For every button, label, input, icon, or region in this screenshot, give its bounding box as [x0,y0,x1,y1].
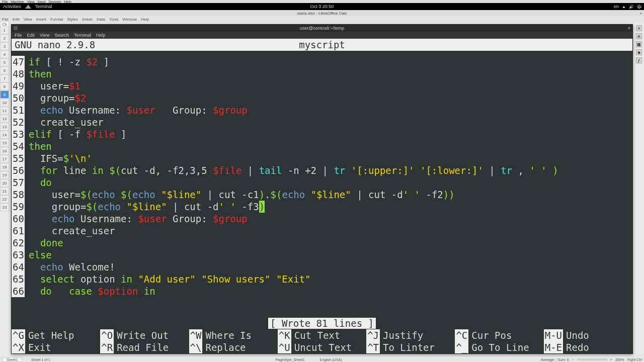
row-header[interactable]: 17 [0,155,9,163]
code-line[interactable]: 63else [12,249,632,261]
code-line[interactable]: 49 user=$1 [12,80,632,92]
libreoffice-menu-item[interactable]: Insert [36,17,46,22]
libreoffice-menu-item[interactable]: Data [97,17,105,22]
row-header[interactable]: 16 [0,147,9,155]
code-line[interactable]: 61 create_user [12,225,632,237]
vm-menu-item[interactable]: File [2,0,8,4]
nano-help-item[interactable]: ^GGet Help [12,329,100,341]
zoom-level-label[interactable]: 250% [615,358,624,361]
libreoffice-menu-item[interactable]: View [24,17,32,22]
sidebar-navigator-icon[interactable]: ◈ [636,49,642,55]
row-header[interactable]: 8 [0,82,9,90]
row-header[interactable]: 14 [0,131,9,139]
libreoffice-menu-item[interactable]: Tools [109,17,119,22]
libreoffice-menu-item[interactable]: Format [50,17,63,22]
nano-text-area[interactable]: 47if [ ! -z $2 ]48then49 user=$150 group… [12,51,632,317]
libreoffice-menu-item[interactable]: Edit [13,17,20,22]
nano-help-item[interactable]: M-UUndo [544,329,632,341]
code-line[interactable]: 65 select option in "Add user" "Show use… [12,273,632,285]
code-line[interactable]: 59 group=$(echo "$line" | cut -d' ' -f3) [12,201,632,213]
sidebar-properties-icon[interactable]: ≡ [636,25,642,31]
libreoffice-menu-bar[interactable]: FileEditViewInsertFormatStylesSheetDataT… [0,16,644,22]
zoom-plus-icon[interactable]: + [610,358,612,361]
power-icon[interactable]: ⏻ [637,5,641,9]
terminal-close-icon[interactable]: × [628,26,630,31]
row-header[interactable]: 6 [0,66,9,74]
nano-help-item[interactable]: ^TTo Linter [366,341,455,353]
row-header[interactable]: 2 [0,34,9,42]
code-line[interactable]: 54then [12,140,632,152]
row-header[interactable]: 20 [0,179,9,187]
row-header[interactable]: 10 [0,99,9,107]
nano-help-item[interactable]: M-ERedo [544,341,632,353]
vm-menu-item[interactable]: Machine [11,0,24,4]
terminal-menu-bar[interactable]: FileEditViewSearchTerminalHelp [12,32,632,39]
code-line[interactable]: 58 user=$(echo $(echo "$line" | cut -c1)… [12,189,632,201]
row-header[interactable]: 1 [0,26,9,34]
vm-menu-item[interactable]: Help [64,0,71,4]
terminal-title-bar[interactable]: user@centos8:~/temp × [12,25,632,32]
clock-label[interactable]: Oct 3 20:50 [310,4,334,9]
nano-help-item[interactable]: ^JJustify [366,329,455,341]
row-header[interactable]: 19 [0,171,9,179]
nano-help-item[interactable]: ^CCur Pos [455,329,543,341]
code-line[interactable]: 57 do [12,176,632,189]
code-line[interactable]: 60 echo Username: $user Group: $group [12,213,632,225]
row-header[interactable]: 15 [0,139,9,147]
row-header[interactable]: 7 [0,74,9,82]
nano-help-item[interactable]: ^\Replace [189,341,278,353]
vm-menu-item[interactable]: View [27,0,35,4]
sidebar-styles-icon[interactable]: A [636,33,642,39]
terminal-menu-item[interactable]: View [40,33,49,38]
row-header[interactable]: 9 [0,90,9,99]
sidebar-functions-icon[interactable]: ƒ [636,57,642,63]
vm-menu-item[interactable]: Devices [48,0,61,4]
row-header[interactable]: 23 [0,203,9,211]
nano-help-item[interactable]: ^WWhere Is [189,329,278,341]
volume-icon[interactable]: 🔊 [629,5,634,9]
libreoffice-menu-item[interactable]: File [2,17,9,22]
sheet-tab[interactable]: Sheet1 [2,357,22,362]
nano-help-item[interactable]: ^_Go To Line [455,341,543,353]
code-line[interactable]: 55 IFS=$'\n' [12,152,632,164]
nano-help-item[interactable]: ^RRead File [100,341,189,353]
nano-help-item[interactable]: ^UUncut Text [278,341,366,353]
code-line[interactable]: 48then [12,68,632,80]
code-line[interactable]: 50 group=$2 [12,92,632,104]
terminal-menu-item[interactable]: Terminal [74,33,91,38]
terminal-menu-item[interactable]: Help [96,33,106,38]
current-app-label[interactable]: Terminal [35,4,52,9]
code-line[interactable]: 62 done [12,237,632,249]
libreoffice-menu-item[interactable]: Window [123,17,137,22]
row-header[interactable]: 18 [0,163,9,171]
code-line[interactable]: 47if [ ! -z $2 ] [12,56,632,68]
terminal-menu-item[interactable]: Edit [27,33,35,38]
code-line[interactable]: 66 do case $option in [12,285,632,297]
libreoffice-menu-item[interactable]: Help [141,17,149,22]
activities-button[interactable]: Activities [3,4,21,9]
zoom-slider[interactable] [577,358,607,360]
nano-editor[interactable]: GNU nano 2.9.8 myscript 47if [ ! -z $2 ]… [12,39,632,353]
input-lang-indicator[interactable]: en [614,4,619,9]
libreoffice-menu-item[interactable]: Sheet [82,17,93,22]
code-line[interactable]: 53elif [ -f $file ] [12,128,632,140]
code-line[interactable]: 56 for line in $(cut -d, -f2,3,5 $file |… [12,164,632,176]
row-header[interactable]: 13 [0,123,9,131]
window-close-icon[interactable]: × [639,11,642,16]
code-line[interactable]: 64 echo Welcome! [12,261,632,273]
network-icon[interactable]: ▲ [622,5,626,9]
row-header[interactable]: 12 [0,115,9,123]
vm-menu-item[interactable]: Input [38,0,46,4]
row-header[interactable]: 22 [0,195,9,203]
row-header[interactable]: 4 [0,50,9,58]
nano-help-item[interactable]: ^XExit [12,341,100,353]
terminal-menu-item[interactable]: File [15,33,22,38]
zoom-minus-icon[interactable]: − [572,358,574,361]
row-header[interactable]: 21 [0,187,9,195]
code-line[interactable]: 52 create_user [12,116,632,128]
row-header[interactable]: 11 [0,107,9,115]
nano-help-item[interactable]: ^KCut Text [278,329,366,341]
sidebar-gallery-icon[interactable]: ▦ [636,41,642,47]
code-line[interactable]: 51 echo Username: $user Group: $group [12,104,632,116]
libreoffice-menu-item[interactable]: Styles [67,17,78,22]
